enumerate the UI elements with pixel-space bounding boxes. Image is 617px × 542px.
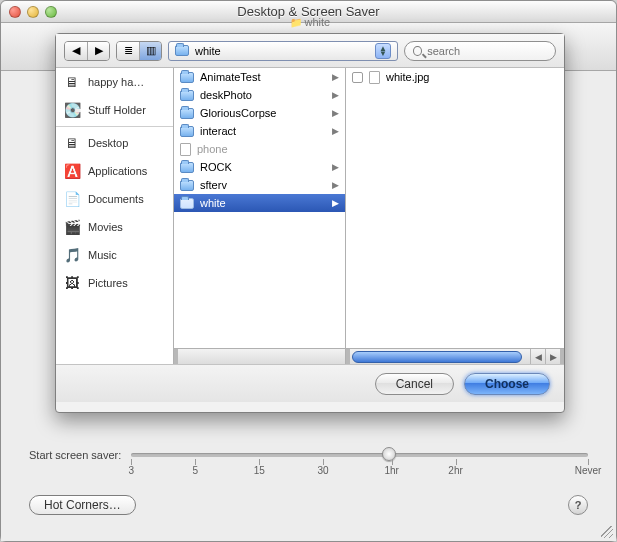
sidebar-item-label: Pictures (88, 277, 128, 289)
slider-tick-label: 5 (192, 465, 198, 476)
slider-tick-label: 1hr (384, 465, 398, 476)
chevron-right-icon: ▶ (332, 126, 339, 136)
column-2-scrollbar[interactable]: ◀ ▶ (346, 348, 564, 364)
resize-handle[interactable] (601, 526, 613, 538)
search-field[interactable] (404, 41, 556, 61)
screen-saver-slider-row: Start screen saver: 3515301hr2hrNever (29, 449, 588, 461)
sidebar-item-label: Movies (88, 221, 123, 233)
folder-icon (180, 126, 194, 137)
slider-tick-label: 30 (318, 465, 329, 476)
checkbox[interactable] (352, 72, 363, 83)
column-2-list[interactable]: white.jpg (346, 68, 564, 348)
column-item[interactable]: deskPhoto▶ (174, 86, 345, 104)
folder-icon (175, 45, 189, 56)
hot-corners-button[interactable]: Hot Corners… (29, 495, 136, 515)
column-item-label: white.jpg (386, 71, 429, 83)
sidebar-item-label: Applications (88, 165, 147, 177)
search-icon (413, 46, 422, 56)
sidebar-volume-item[interactable]: 🖥happy ha… (56, 68, 173, 96)
path-popup[interactable]: white ▲▼ (168, 41, 398, 61)
column-item-label: AnimateTest (200, 71, 261, 83)
place-icon: 🅰️ (62, 163, 82, 179)
scroll-left-button[interactable]: ◀ (530, 349, 545, 364)
folder-icon (180, 108, 194, 119)
sidebar-item-label: Music (88, 249, 117, 261)
chevron-right-icon: ▶ (332, 72, 339, 82)
column-item[interactable]: AnimateTest▶ (174, 68, 345, 86)
view-columns-button[interactable]: ▥ (139, 42, 161, 60)
path-label: white (195, 45, 221, 57)
document-icon (180, 143, 191, 156)
column-item[interactable]: phone (174, 140, 345, 158)
sidebar-place-item[interactable]: 🎵Music (56, 241, 173, 269)
popup-arrows-icon: ▲▼ (375, 43, 391, 59)
column-item[interactable]: GloriousCorpse▶ (174, 104, 345, 122)
place-icon: 📄 (62, 191, 82, 207)
sidebar-place-item[interactable]: 🎬Movies (56, 213, 173, 241)
column-item-label: white (200, 197, 226, 209)
slider-thumb[interactable] (382, 447, 396, 461)
folder-icon (180, 162, 194, 173)
folder-icon (180, 198, 194, 209)
start-screen-saver-slider[interactable]: 3515301hr2hrNever (131, 453, 588, 457)
column-item-label: GloriousCorpse (200, 107, 276, 119)
help-button[interactable]: ? (568, 495, 588, 515)
column-item-label: ROCK (200, 161, 232, 173)
slider-tick-label: 15 (254, 465, 265, 476)
volume-icon: 💽 (62, 102, 82, 118)
column-item[interactable]: white.jpg (346, 68, 564, 86)
column-1-list[interactable]: AnimateTest▶deskPhoto▶GloriousCorpse▶int… (174, 68, 345, 348)
sidebar: 🖥happy ha…💽Stuff Holder🖥Desktop🅰️Applica… (56, 68, 174, 364)
slider-tick-label: Never (575, 465, 602, 476)
column-item-label: interact (200, 125, 236, 137)
column-item[interactable]: ROCK▶ (174, 158, 345, 176)
column-item[interactable]: interact▶ (174, 122, 345, 140)
place-icon: 🖼 (62, 275, 82, 291)
column-1-scrollbar[interactable] (174, 348, 345, 364)
sidebar-place-item[interactable]: 🖼Pictures (56, 269, 173, 297)
preferences-window: Desktop & Screen Saver Start screen save… (0, 0, 617, 542)
chevron-right-icon: ▶ (332, 162, 339, 172)
place-icon: 🎬 (62, 219, 82, 235)
document-icon (369, 71, 380, 84)
slider-tick-label: 3 (129, 465, 135, 476)
nav-back-forward: ◀ ▶ (64, 41, 110, 61)
sidebar-place-item[interactable]: 🅰️Applications (56, 157, 173, 185)
folder-icon (180, 180, 194, 191)
column-item-label: deskPhoto (200, 89, 252, 101)
column-item-label: phone (197, 143, 228, 155)
forward-button[interactable]: ▶ (87, 42, 109, 60)
slider-tick-label: 2hr (448, 465, 462, 476)
sheet-footer: Cancel Choose (56, 364, 564, 402)
search-input[interactable] (427, 45, 547, 57)
folder-icon (180, 90, 194, 101)
sidebar-volume-item[interactable]: 💽Stuff Holder (56, 96, 173, 124)
folder-icon (180, 72, 194, 83)
document-proxy-title: 📁 white (56, 16, 564, 28)
sidebar-item-label: Desktop (88, 137, 128, 149)
column-1: AnimateTest▶deskPhoto▶GloriousCorpse▶int… (174, 68, 346, 364)
place-icon: 🎵 (62, 247, 82, 263)
view-list-button[interactable]: ≣ (117, 42, 139, 60)
slider-label: Start screen saver: (29, 449, 121, 461)
chevron-right-icon: ▶ (332, 180, 339, 190)
sidebar-item-label: happy ha… (88, 76, 144, 88)
column-item-label: sfterv (200, 179, 227, 191)
sidebar-place-item[interactable]: 🖥Desktop (56, 129, 173, 157)
back-button[interactable]: ◀ (65, 42, 87, 60)
volume-icon: 🖥 (62, 74, 82, 90)
chevron-right-icon: ▶ (332, 90, 339, 100)
choose-button[interactable]: Choose (464, 373, 550, 395)
file-browser-sheet: 📁 white ◀ ▶ ≣ ▥ white ▲▼ 🖥happy ha…💽Stuf… (55, 33, 565, 413)
sidebar-item-label: Documents (88, 193, 144, 205)
place-icon: 🖥 (62, 135, 82, 151)
sidebar-item-label: Stuff Holder (88, 104, 146, 116)
column-item[interactable]: white▶ (174, 194, 345, 212)
column-item[interactable]: sfterv▶ (174, 176, 345, 194)
scroll-right-button[interactable]: ▶ (545, 349, 560, 364)
view-mode-segment: ≣ ▥ (116, 41, 162, 61)
cancel-button[interactable]: Cancel (375, 373, 454, 395)
chevron-right-icon: ▶ (332, 108, 339, 118)
column-2: white.jpg ◀ ▶ (346, 68, 564, 364)
sidebar-place-item[interactable]: 📄Documents (56, 185, 173, 213)
